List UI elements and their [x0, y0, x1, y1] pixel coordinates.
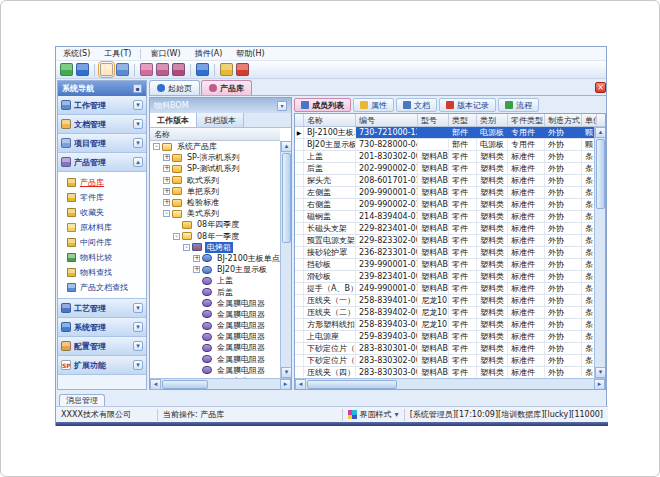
cell[interactable]: 零件 [449, 295, 477, 306]
scroll-right-icon[interactable]: ▸ [280, 379, 291, 390]
table-row[interactable]: 预置电源支架229-823302-00E塑料ABS零件塑料类标准件外协条 [295, 235, 594, 247]
column-header-零件类型[interactable]: 零件类型 [508, 114, 545, 126]
cell[interactable]: 标准件 [508, 199, 545, 210]
sidebar-group-配置管理[interactable]: 配置管理▾ [58, 337, 146, 356]
cell[interactable]: 标准件 [508, 247, 545, 258]
cell[interactable]: 条 [582, 307, 594, 318]
cell[interactable]: 塑料ABS [418, 175, 449, 186]
cell[interactable]: 外协 [545, 367, 582, 377]
cell[interactable]: 电源板 [477, 127, 508, 138]
sidebar-group-项目管理[interactable]: 项目管理▾ [58, 134, 146, 153]
cell[interactable]: 258-839403-00E [356, 319, 418, 330]
cell[interactable]: 209-990001-01E [356, 187, 418, 198]
scroll-left-icon[interactable]: ◂ [295, 379, 306, 390]
cell[interactable]: 塑料类 [477, 247, 508, 258]
sidebar-item-产品库[interactable]: 产品库 [58, 175, 146, 190]
cell[interactable]: 上电源座 [304, 331, 356, 342]
expand-icon[interactable]: + [163, 188, 170, 195]
cell[interactable]: 专用件 [508, 139, 545, 150]
cell[interactable]: 零件 [449, 223, 477, 234]
tree-node[interactable]: +金属膜电阻器 [150, 365, 280, 376]
chevron-down-icon[interactable]: ▾ [133, 341, 143, 351]
cell[interactable]: 塑料ABS [418, 331, 449, 342]
scroll-up-icon[interactable]: ▴ [595, 127, 605, 138]
cell[interactable]: 零件 [449, 199, 477, 210]
cell[interactable]: 塑料ABS [418, 259, 449, 270]
table-row[interactable]: 左侧盖209-990001-01E塑料ABS零件塑料类标准件外协条 [295, 187, 594, 199]
folder-icon[interactable] [100, 63, 113, 76]
table-row[interactable]: 探头壳208-601701-01E塑料ABS零件塑料类标准件外协条 [295, 175, 594, 187]
cell[interactable]: 专用件 [508, 127, 545, 138]
cell[interactable]: 条 [582, 247, 594, 258]
bom-panel-menu-icon[interactable]: ▾ [277, 101, 287, 111]
tree-node[interactable]: +08年四季度 [150, 219, 280, 230]
table-row[interactable]: 右侧盖209-990002-01E塑料ABS零件塑料类标准件外协条 [295, 199, 594, 211]
cell[interactable]: 塑料类 [477, 211, 508, 222]
sidebar-item-中间件库[interactable]: 中间件库 [58, 235, 146, 250]
tree-node[interactable]: +金属膜电阻器 [150, 354, 280, 365]
cell[interactable]: 209-990002-01E [356, 199, 418, 210]
table-row[interactable]: 上盖201-830302-00E塑料ABS零件塑料类标准件外协条 [295, 151, 594, 163]
cell[interactable]: 塑料类 [477, 259, 508, 270]
cell[interactable]: 条 [582, 199, 594, 210]
cell[interactable]: 后盖 [304, 163, 356, 174]
sidebar-group-文档管理[interactable]: 文档管理▾ [58, 115, 146, 134]
column-header-制造方式[interactable]: 制造方式 [545, 114, 582, 126]
cell[interactable]: 标准件 [508, 319, 545, 330]
cell[interactable]: 塑料ABS [418, 247, 449, 258]
cell[interactable]: 条 [582, 271, 594, 282]
sidebar-group-产品管理[interactable]: 产品管理▴ [58, 153, 146, 172]
cell[interactable]: 外协 [545, 151, 582, 162]
cell[interactable]: 塑料类 [477, 199, 508, 210]
cell[interactable]: 部件 [449, 127, 477, 138]
cell[interactable]: 条 [582, 283, 594, 294]
cell[interactable]: 259-839403-00E [356, 331, 418, 342]
tree-vscroll-thumb[interactable] [282, 153, 291, 243]
ui-style-dropdown[interactable]: 界面样式 ▾ [343, 409, 405, 421]
cell[interactable]: 滑砂板 [304, 271, 356, 282]
cell[interactable]: 塑料ABS [418, 235, 449, 246]
scroll-down-icon[interactable]: ▾ [595, 367, 605, 378]
table-row[interactable]: 磁钢盖214-839404-01E塑料ABS零件塑料类标准件外协条 [295, 211, 594, 223]
table-row[interactable]: 提手（A、B）249-990001-01E塑料ABS零件塑料类标准件外协条 [295, 283, 594, 295]
cell[interactable]: 条 [582, 211, 594, 222]
cell[interactable]: 外协 [545, 343, 582, 354]
chevron-up-icon[interactable]: ▴ [133, 157, 143, 167]
cell[interactable]: 条 [582, 235, 594, 246]
table-row[interactable]: 长磁头支架229-823401-00E塑料ABS零件塑料类标准件外协条 [295, 223, 594, 235]
cell[interactable]: 外协 [545, 127, 582, 138]
cell[interactable]: 塑料ABS [418, 163, 449, 174]
content-tab-版本记录[interactable]: 版本记录 [439, 98, 496, 112]
content-tab-属性[interactable]: 属性 [353, 98, 394, 112]
cell[interactable]: 283-830303-00E [356, 367, 418, 377]
cell[interactable]: 压线夹（四） [304, 367, 356, 377]
cell[interactable]: 标准件 [508, 223, 545, 234]
tree-node[interactable]: -美式系列 [150, 208, 280, 219]
sidebar-group-工作管理[interactable]: 工作管理▾ [58, 96, 146, 115]
cell[interactable]: 条 [582, 355, 594, 366]
cell[interactable]: 零件 [449, 367, 477, 377]
cell[interactable]: 229-823401-00E [356, 223, 418, 234]
cell[interactable]: 标准件 [508, 211, 545, 222]
cell[interactable]: 214-839404-01E [356, 211, 418, 222]
tree-node[interactable]: +独石电容器 [150, 376, 280, 378]
cell[interactable]: 零件 [449, 211, 477, 222]
cell[interactable]: 条 [582, 295, 594, 306]
sidebar-item-物料查找[interactable]: 物料查找 [58, 265, 146, 280]
sidebar-item-产品文档查找[interactable]: 产品文档查找 [58, 280, 146, 295]
cell[interactable]: 塑料ABS [418, 151, 449, 162]
cell[interactable]: 尼龙1010 [418, 307, 449, 318]
expand-icon[interactable]: + [163, 177, 170, 184]
doc-add-icon[interactable] [156, 63, 169, 76]
cell[interactable]: 塑料类 [477, 307, 508, 318]
cell[interactable]: 730-721000-12E [356, 127, 418, 138]
cell[interactable]: 外协 [545, 295, 582, 306]
table-hscroll-thumb[interactable] [307, 380, 397, 389]
tree-node[interactable]: -系统产品库 [150, 141, 280, 152]
cell[interactable]: 塑料ABS [418, 283, 449, 294]
tree-tab-归档版本[interactable]: 归档版本 [197, 113, 244, 127]
cell[interactable]: 塑料ABS [418, 271, 449, 282]
cell[interactable]: 外协 [545, 307, 582, 318]
sidebar-item-物料比较[interactable]: 物料比较 [58, 250, 146, 265]
cell[interactable]: 零件 [449, 175, 477, 186]
